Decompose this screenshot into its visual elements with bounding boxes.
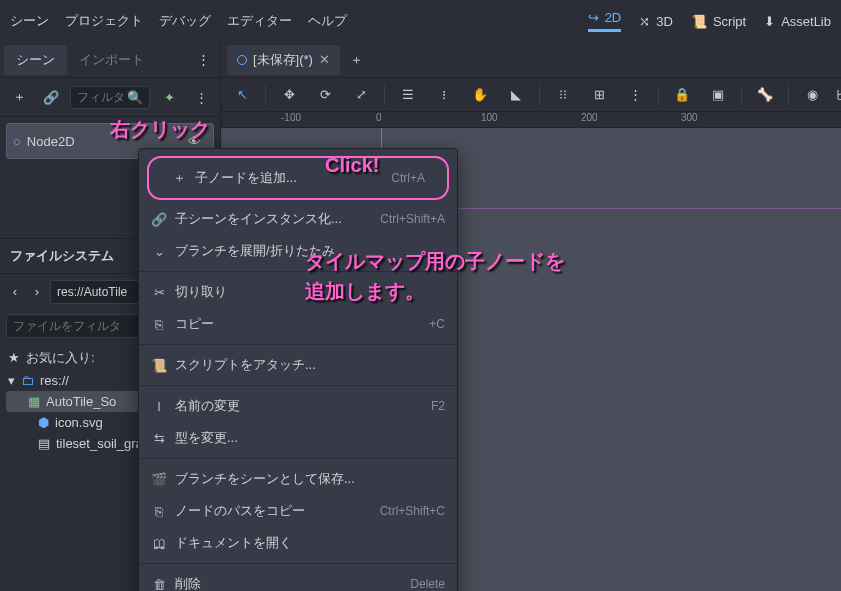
- scene-tabs-kebab-icon[interactable]: ⋮: [191, 48, 216, 71]
- group-icon[interactable]: ▣: [705, 82, 731, 108]
- cut-icon: ✂: [151, 285, 167, 300]
- search-icon: 🔍: [127, 90, 143, 105]
- toolbar-kebab-icon[interactable]: ⋮: [622, 82, 648, 108]
- plus-icon: ＋: [171, 169, 187, 187]
- star-icon: ★: [8, 350, 20, 365]
- mode-3d[interactable]: ⤭ 3D: [639, 14, 673, 29]
- menu-scene[interactable]: シーン: [10, 12, 49, 30]
- editor-tabs: [未保存](*) ✕ ＋: [221, 42, 841, 78]
- folder-icon: 🗀: [21, 373, 34, 388]
- editor-tab-unsaved[interactable]: [未保存](*) ✕: [227, 45, 340, 75]
- menu-project[interactable]: プロジェクト: [65, 12, 143, 30]
- tab-import[interactable]: インポート: [67, 45, 156, 75]
- add-node-icon[interactable]: ＋: [6, 84, 32, 110]
- mode-assetlib[interactable]: ⬇ AssetLib: [764, 14, 831, 29]
- toolbar-view-label[interactable]: ビ: [835, 86, 841, 104]
- scene-gear-icon[interactable]: ✦: [156, 84, 182, 110]
- link-icon[interactable]: 🔗: [38, 84, 64, 110]
- mode-2d[interactable]: ↪ 2D: [588, 10, 622, 32]
- scene-tabs: シーン インポート ⋮: [0, 42, 220, 78]
- copy-path-icon: ⎘: [151, 504, 167, 519]
- menu-help[interactable]: ヘルプ: [308, 12, 347, 30]
- editor-toolbar: ↖ ✥ ⟳ ⤢ ☰ ⫶ ✋ ◣ ⁝⁝ ⊞ ⋮ 🔒 ▣ 🦴 ◉ ビ: [221, 78, 841, 112]
- scene-toolbar: ＋ 🔗 🔍 ✦ ⋮: [0, 78, 220, 117]
- rename-icon: I: [151, 399, 167, 414]
- save-branch-icon: 🎬: [151, 472, 167, 487]
- grid-snap-icon[interactable]: ⊞: [586, 82, 612, 108]
- ctx-instance-scene[interactable]: 🔗 子シーンをインスタンス化... Ctrl+Shift+A: [139, 203, 457, 235]
- scene-kebab-icon[interactable]: ⋮: [188, 84, 214, 110]
- pan-tool-icon[interactable]: ✋: [467, 82, 493, 108]
- mode-3d-icon: ⤭: [639, 14, 650, 29]
- resource-file-icon: ▤: [38, 436, 50, 451]
- scene-filter-input[interactable]: [77, 90, 123, 104]
- script-icon: 📜: [691, 14, 707, 29]
- tab-scene[interactable]: シーン: [4, 45, 67, 75]
- docs-icon: 🕮: [151, 536, 167, 551]
- scene-filter[interactable]: 🔍: [70, 86, 150, 109]
- fs-forward-icon[interactable]: ›: [28, 284, 46, 299]
- bone-icon[interactable]: 🦴: [752, 82, 778, 108]
- ctx-cut[interactable]: ✂ 切り取り: [139, 276, 457, 308]
- menu-editor[interactable]: エディター: [227, 12, 292, 30]
- scene-file-icon: ▦: [28, 394, 40, 409]
- snap-tool-icon[interactable]: ⁝⁝: [550, 82, 576, 108]
- list-tool-icon[interactable]: ☰: [395, 82, 421, 108]
- mode-script[interactable]: 📜 Script: [691, 14, 746, 29]
- ctx-copy[interactable]: ⎘ コピー +C: [139, 308, 457, 340]
- trash-icon: 🗑: [151, 577, 167, 592]
- select-tool-icon[interactable]: ↖: [229, 82, 255, 108]
- ruler: -100 0 100 200 300: [221, 112, 841, 128]
- fs-back-icon[interactable]: ‹: [6, 284, 24, 299]
- ruler-tick: 0: [376, 112, 382, 123]
- download-icon: ⬇: [764, 14, 775, 29]
- scale-tool-icon[interactable]: ⤢: [348, 82, 374, 108]
- rotate-tool-icon[interactable]: ⟳: [312, 82, 338, 108]
- view-tool-icon[interactable]: ◉: [799, 82, 825, 108]
- ctx-open-docs[interactable]: 🕮 ドキュメントを開く: [139, 527, 457, 559]
- image-file-icon: ⬢: [38, 415, 49, 430]
- script-attach-icon: 📜: [151, 358, 167, 373]
- ctx-expand-collapse[interactable]: ⌄ ブランチを展開/折りたたみ: [139, 235, 457, 267]
- node-label: Node2D: [27, 134, 75, 149]
- link-icon: 🔗: [151, 212, 167, 227]
- menubar: シーン プロジェクト デバッグ エディター ヘルプ ↪ 2D ⤭ 3D 📜 Sc…: [0, 0, 841, 42]
- unsaved-indicator-icon: [237, 55, 247, 65]
- shape-tool-icon[interactable]: ◣: [503, 82, 529, 108]
- ctx-save-branch[interactable]: 🎬 ブランチをシーンとして保存...: [139, 463, 457, 495]
- ctx-add-child[interactable]: ＋ 子ノードを追加... Ctrl+A: [159, 162, 437, 194]
- ruler-tick: -100: [281, 112, 301, 123]
- ruler-tick: 300: [681, 112, 698, 123]
- ctx-change-type[interactable]: ⇆ 型を変更...: [139, 422, 457, 454]
- chevron-down-icon: ⌄: [151, 244, 167, 259]
- ctx-copy-node-path[interactable]: ⎘ ノードのパスをコピー Ctrl+Shift+C: [139, 495, 457, 527]
- move-tool-icon[interactable]: ✥: [276, 82, 302, 108]
- new-tab-icon[interactable]: ＋: [344, 47, 370, 73]
- ctx-delete[interactable]: 🗑 削除 Delete: [139, 568, 457, 591]
- ruler-tick: 200: [581, 112, 598, 123]
- chevron-down-icon: ▾: [8, 373, 15, 388]
- menu-debug[interactable]: デバッグ: [159, 12, 211, 30]
- ctx-rename[interactable]: I 名前の変更 F2: [139, 390, 457, 422]
- close-tab-icon[interactable]: ✕: [319, 52, 330, 67]
- node2d-icon: ○: [13, 134, 21, 149]
- context-menu: ＋ 子ノードを追加... Ctrl+A 🔗 子シーンをインスタンス化... Ct…: [138, 148, 458, 591]
- mode-2d-icon: ↪: [588, 10, 599, 25]
- ruler-tool-icon[interactable]: ⫶: [431, 82, 457, 108]
- copy-icon: ⎘: [151, 317, 167, 332]
- change-type-icon: ⇆: [151, 431, 167, 446]
- ruler-tick: 100: [481, 112, 498, 123]
- ctx-attach-script[interactable]: 📜 スクリプトをアタッチ...: [139, 349, 457, 381]
- lock-icon[interactable]: 🔒: [669, 82, 695, 108]
